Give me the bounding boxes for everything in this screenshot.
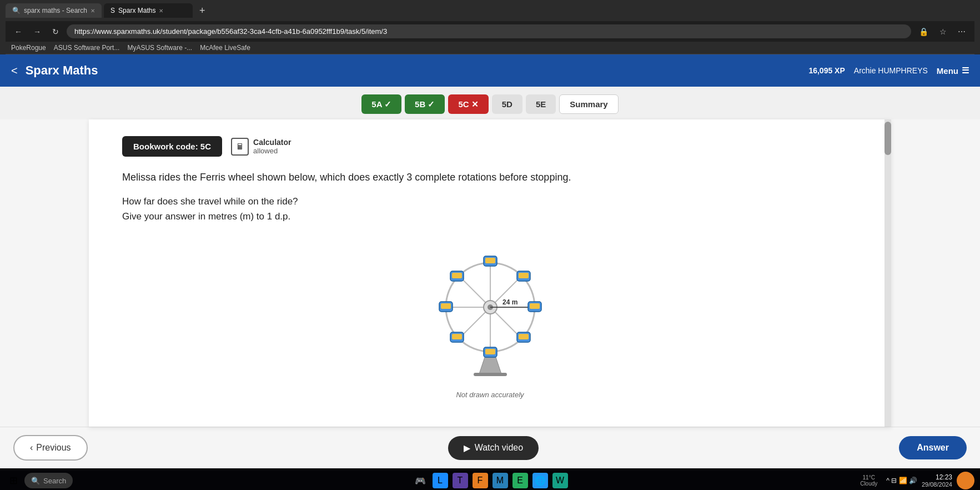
tab-5D[interactable]: 5D (492, 94, 522, 114)
bookmarks-bar: PokeRogue ASUS Software Port... MyASUS S… (6, 42, 974, 54)
tab-bar: 🔍 sparx maths - Search ✕ S Sparx Maths ✕… (6, 3, 974, 18)
previous-button[interactable]: ‹ Previous (13, 435, 88, 461)
calculator-allowed: 🖩 Calculator allowed (231, 138, 291, 156)
weather-temp: 11°C (863, 474, 875, 481)
watch-video-button[interactable]: ▶ Watch video (448, 436, 539, 460)
bookmark-1[interactable]: ASUS Software Port... (54, 44, 120, 52)
bookwork-code: Bookwork code: 5C (122, 136, 222, 157)
calculator-label: Calculator (253, 138, 291, 147)
svg-rect-26 (452, 273, 462, 278)
weather-desc: Cloudy (860, 481, 877, 487)
search-icon[interactable]: 🔍 Search (24, 473, 73, 488)
scroll-container: Bookwork code: 5C 🖩 Calculator allowed M… (89, 119, 891, 427)
tab-summary[interactable]: Summary (559, 94, 618, 114)
taskbar-clock: 12:23 29/08/2024 (922, 473, 952, 488)
back-nav-button[interactable]: ← (11, 26, 26, 37)
tab1-label: sparx maths - Search (24, 7, 87, 14)
bottom-bar: ‹ Previous ▶ Watch video Answer (0, 427, 980, 468)
svg-rect-1 (474, 373, 507, 376)
star-button[interactable]: ☆ (936, 26, 950, 37)
question-main: Melissa rides the Ferris wheel shown bel… (122, 170, 858, 185)
hamburger-icon: ☰ (962, 66, 969, 76)
prev-chevron-icon: ‹ (30, 443, 33, 453)
tab-5B[interactable]: 5B ✓ (405, 94, 445, 114)
ferris-wheel-svg: 24 m (413, 241, 568, 385)
browser-tab-1[interactable]: 🔍 sparx maths - Search ✕ (6, 3, 102, 18)
answer-button[interactable]: Answer (899, 436, 967, 459)
previous-label: Previous (36, 443, 71, 453)
user-label: Archie HUMPHREYS (854, 66, 928, 75)
taskbar-right: 11°C Cloudy ^ ⊟ 📶 🔊 12:23 29/08/2024 (860, 472, 974, 489)
clock-date: 29/08/2024 (922, 481, 952, 488)
browser-chrome: 🔍 sparx maths - Search ✕ S Sparx Maths ✕… (0, 0, 980, 54)
bookmark-3[interactable]: McAfee LiveSafe (200, 44, 250, 52)
bookwork-row: Bookwork code: 5C 🖩 Calculator allowed (122, 136, 858, 157)
header-right: 16,095 XP Archie HUMPHREYS Menu ☰ (808, 66, 969, 76)
tab2-close[interactable]: ✕ (159, 8, 163, 14)
menu-label: Menu (937, 66, 958, 76)
tab-5C[interactable]: 5C ✕ (448, 94, 488, 114)
taskbar-app-icon-5[interactable]: E (512, 473, 528, 488)
tab2-icon: S (110, 7, 115, 14)
back-button[interactable]: < (11, 64, 18, 77)
more-button[interactable]: ⋯ (954, 26, 969, 37)
taskbar-app-icon-3[interactable]: F (473, 473, 488, 488)
watch-video-label: Watch video (475, 443, 523, 453)
extensions-button[interactable]: 🔒 (916, 26, 932, 37)
taskbar-app-icon-0[interactable]: 🎮 (413, 473, 428, 488)
calculator-icon: 🖩 (231, 138, 249, 156)
scrollbar-track[interactable] (884, 119, 891, 427)
tab1-icon: 🔍 (12, 7, 21, 14)
allowed-label: allowed (253, 147, 291, 155)
app-title: Sparx Maths (26, 63, 98, 78)
svg-rect-14 (519, 273, 529, 278)
refresh-nav-button[interactable]: ↻ (49, 26, 62, 37)
svg-text:24 m: 24 m (502, 298, 517, 306)
video-icon: ▶ (464, 443, 470, 453)
taskbar-app-icon-6[interactable]: 🌐 (532, 473, 548, 488)
svg-rect-18 (519, 334, 529, 339)
taskbar: ⊞ 🔍 Search 🎮 L T F M E 🌐 W 11°C Cloudy ^… (0, 468, 980, 490)
svg-rect-12 (485, 258, 495, 263)
browser-tab-2[interactable]: S Sparx Maths ✕ (104, 3, 193, 18)
answer-label: Answer (917, 443, 949, 452)
taskbar-icons-system: ^ ⊟ 📶 🔊 (886, 477, 917, 484)
svg-rect-20 (485, 349, 495, 354)
menu-button[interactable]: Menu ☰ (937, 66, 969, 76)
taskbar-center: 🎮 L T F M E 🌐 W (413, 473, 568, 488)
taskbar-app-icon-2[interactable]: T (453, 473, 468, 488)
bookmark-0[interactable]: PokeRogue (11, 44, 46, 52)
scrollbar-thumb[interactable] (884, 122, 891, 155)
svg-marker-0 (479, 357, 501, 374)
task-tabs: 5A ✓ 5B ✓ 5C ✕ 5D 5E Summary (0, 87, 980, 119)
taskbar-left: ⊞ 🔍 Search (6, 473, 73, 488)
windows-start-icon[interactable]: ⊞ (6, 473, 21, 488)
search-placeholder[interactable]: Search (43, 477, 66, 485)
address-bar-input[interactable] (67, 24, 911, 38)
weather-widget: 11°C Cloudy (860, 474, 877, 487)
bookmark-2[interactable]: MyASUS Software -... (127, 44, 192, 52)
not-drawn-label: Not drawn accurately (122, 391, 858, 399)
svg-rect-24 (441, 303, 451, 309)
forward-nav-button[interactable]: → (30, 26, 44, 37)
tab-5A[interactable]: 5A ✓ (361, 94, 401, 114)
question-sub: How far does she travel while on the rid… (122, 194, 858, 224)
question-sub-line1: How far does she travel while on the rid… (122, 194, 858, 209)
xp-label: 16,095 XP (808, 66, 845, 75)
taskbar-app-icon-4[interactable]: M (492, 473, 508, 488)
svg-rect-16 (530, 303, 540, 309)
clock-time: 12:23 (922, 473, 952, 481)
new-tab-button[interactable]: + (195, 5, 210, 17)
question-sub-line2: Give your answer in metres (m) to 1 d.p. (122, 209, 858, 224)
app-header: < Sparx Maths 16,095 XP Archie HUMPHREYS… (0, 54, 980, 87)
content-area: Bookwork code: 5C 🖩 Calculator allowed M… (0, 119, 980, 468)
tab-5E[interactable]: 5E (526, 94, 556, 114)
svg-rect-22 (452, 334, 462, 339)
ferris-wheel-container: 24 m (122, 241, 858, 385)
tab1-close[interactable]: ✕ (91, 8, 95, 14)
taskbar-app-icon-1[interactable]: L (433, 473, 448, 488)
taskbar-app-icon-7[interactable]: W (552, 473, 568, 488)
taskbar-avatar-icon[interactable] (957, 472, 974, 489)
address-bar-row: ← → ↻ 🔒 ☆ ⋯ (6, 21, 974, 42)
tab2-label: Sparx Maths (118, 7, 155, 14)
